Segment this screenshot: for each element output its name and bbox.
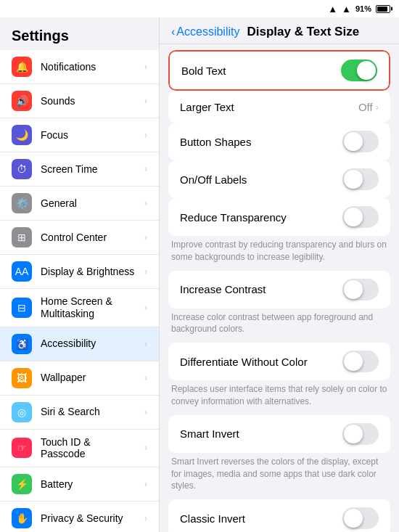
sidebar-chevron-control-center: ›: [144, 232, 147, 242]
settings-row-chevron-larger-text: ›: [376, 102, 379, 112]
sidebar-item-siri-search[interactable]: ◎Siri & Search›: [0, 396, 159, 430]
sidebar-item-display-brightness[interactable]: AADisplay & Brightness›: [0, 255, 159, 289]
settings-row-increase-contrast[interactable]: Increase Contrast: [168, 271, 390, 308]
sidebar-chevron-focus: ›: [144, 130, 147, 140]
sidebar-item-wallpaper[interactable]: 🖼Wallpaper›: [0, 361, 159, 396]
settings-row-bold-text[interactable]: Bold Text: [168, 50, 390, 91]
sidebar-item-touch-id[interactable]: ☞Touch ID & Passcode›: [0, 430, 159, 468]
sidebar-chevron-notifications: ›: [144, 62, 147, 72]
sidebar-item-sounds[interactable]: 🔊Sounds›: [0, 84, 159, 118]
wifi-icon: ▲: [328, 4, 337, 15]
sidebar-item-home-screen[interactable]: ⊟Home Screen & Multitasking›: [0, 289, 159, 327]
sidebar-icon-wallpaper: 🖼: [12, 368, 32, 388]
sidebar-icon-battery: ⚡: [12, 474, 32, 494]
nav-back-chevron-icon: ‹: [171, 25, 175, 38]
toggle-bold-text[interactable]: [341, 60, 377, 81]
sidebar-item-notifications[interactable]: 🔔Notifications›: [0, 50, 159, 84]
sidebar-label-screen-time: Screen Time: [41, 163, 98, 176]
sidebar-chevron-home-screen: ›: [144, 303, 147, 313]
settings-rows: Bold TextLarger TextOff›Button ShapesOn/…: [160, 44, 399, 532]
sidebar-chevron-battery: ›: [144, 479, 147, 489]
sidebar-label-home-screen: Home Screen & Multitasking: [41, 295, 136, 320]
settings-row-larger-text[interactable]: Larger TextOff›: [168, 91, 390, 123]
battery-percent: 91%: [355, 4, 371, 13]
sidebar-item-privacy[interactable]: ✋Privacy & Security›: [0, 502, 159, 532]
nav-back-label: Accessibility: [176, 25, 239, 38]
toggle-knob-bold-text: [357, 61, 376, 80]
settings-row-label-button-shapes: Button Shapes: [180, 136, 342, 148]
settings-row-label-on-off-labels: On/Off Labels: [180, 173, 342, 186]
sidebar-label-display-brightness: Display & Brightness: [41, 266, 134, 278]
battery-icon: [376, 5, 390, 13]
card-button-shapes: Button Shapes: [168, 123, 390, 160]
toggle-increase-contrast[interactable]: [342, 279, 379, 300]
sidebar-item-accessibility[interactable]: ♿Accessibility›: [0, 327, 159, 361]
sidebar-chevron-general: ›: [144, 198, 147, 208]
nav-back-button[interactable]: ‹ Accessibility: [171, 25, 239, 38]
card-smart-invert: Smart Invert: [168, 415, 390, 453]
sidebar-label-focus: Focus: [41, 129, 68, 142]
toggle-knob-differentiate-without-color: [344, 352, 363, 371]
toggle-reduce-transparency[interactable]: [342, 206, 379, 228]
toggle-knob-increase-contrast: [344, 280, 363, 299]
settings-row-reduce-transparency[interactable]: Reduce Transparency: [168, 198, 390, 236]
toggle-smart-invert[interactable]: [342, 423, 379, 445]
sidebar-icon-touch-id: ☞: [12, 438, 32, 458]
sidebar-icon-siri-search: ◎: [12, 402, 32, 422]
settings-row-value-larger-text: Off: [358, 101, 373, 113]
settings-section-classic-invert: Classic InvertClassic Invert reverses th…: [168, 499, 390, 532]
settings-section-larger-text: Larger TextOff›: [168, 91, 390, 123]
sidebar-icon-notifications: 🔔: [12, 57, 32, 77]
settings-row-label-classic-invert: Classic Invert: [180, 512, 342, 525]
toggle-knob-classic-invert: [344, 509, 363, 528]
settings-row-smart-invert[interactable]: Smart Invert: [168, 415, 390, 453]
card-classic-invert: Classic Invert: [168, 499, 390, 532]
settings-section-increase-contrast: Increase ContrastIncrease color contrast…: [168, 271, 390, 342]
sidebar-icon-control-center: ⊞: [12, 227, 32, 247]
toggle-knob-smart-invert: [344, 425, 363, 443]
toggle-on-off-labels[interactable]: [342, 168, 379, 190]
sidebar-item-battery[interactable]: ⚡Battery›: [0, 467, 159, 502]
sidebar: Settings 🔔Notifications›🔊Sounds›🌙Focus›⏱…: [0, 17, 160, 532]
sidebar-icon-sounds: 🔊: [12, 91, 32, 111]
sidebar-label-privacy: Privacy & Security: [41, 512, 123, 525]
toggle-classic-invert[interactable]: [342, 507, 379, 529]
sidebar-label-battery: Battery: [41, 478, 73, 491]
toggle-knob-on-off-labels: [344, 170, 363, 189]
toggle-button-shapes[interactable]: [342, 131, 379, 152]
settings-row-button-shapes[interactable]: Button Shapes: [168, 123, 390, 160]
settings-desc-differentiate-without-color: Replaces user interface items that rely …: [168, 380, 390, 414]
settings-desc-reduce-transparency: Improve contrast by reducing transparenc…: [168, 236, 390, 269]
settings-row-label-differentiate-without-color: Differentiate Without Color: [180, 356, 342, 368]
sidebar-item-focus[interactable]: 🌙Focus›: [0, 118, 159, 152]
toggle-differentiate-without-color[interactable]: [342, 351, 379, 372]
sidebar-icon-screen-time: ⏱: [12, 159, 32, 179]
card-increase-contrast: Increase Contrast: [168, 271, 390, 308]
sidebar-label-siri-search: Siri & Search: [41, 406, 100, 418]
sidebar-chevron-touch-id: ›: [144, 443, 147, 453]
settings-row-classic-invert[interactable]: Classic Invert: [168, 499, 390, 532]
settings-row-on-off-labels[interactable]: On/Off Labels: [168, 160, 390, 198]
card-larger-text: Larger TextOff›: [168, 91, 390, 123]
sidebar-chevron-screen-time: ›: [144, 164, 147, 174]
main-layout: Settings 🔔Notifications›🔊Sounds›🌙Focus›⏱…: [0, 17, 399, 532]
sidebar-item-general[interactable]: ⚙️General›: [0, 187, 159, 221]
settings-section-smart-invert: Smart InvertSmart Invert reverses the co…: [168, 415, 390, 498]
sidebar-chevron-display-brightness: ›: [144, 266, 147, 277]
sidebar-chevron-wallpaper: ›: [144, 373, 147, 383]
settings-section-differentiate-without-color: Differentiate Without ColorReplaces user…: [168, 343, 390, 414]
sidebar-item-control-center[interactable]: ⊞Control Center›: [0, 221, 159, 255]
sidebar-item-screen-time[interactable]: ⏱Screen Time›: [0, 152, 159, 187]
card-on-off-labels: On/Off Labels: [168, 160, 390, 198]
toggle-knob-reduce-transparency: [344, 208, 363, 226]
sidebar-icon-home-screen: ⊟: [12, 298, 32, 318]
sidebar-label-accessibility: Accessibility: [41, 337, 96, 350]
status-bar: ▲ ▲ 91%: [0, 0, 399, 17]
sidebar-icon-display-brightness: AA: [12, 261, 32, 282]
sidebar-label-notifications: Notifications: [41, 61, 96, 73]
card-bold-text: Bold Text: [168, 50, 390, 91]
settings-row-differentiate-without-color[interactable]: Differentiate Without Color: [168, 343, 390, 380]
sidebar-label-control-center: Control Center: [41, 232, 107, 244]
settings-desc-smart-invert: Smart Invert reverses the colors of the …: [168, 453, 390, 498]
sidebar-label-wallpaper: Wallpaper: [41, 372, 86, 384]
